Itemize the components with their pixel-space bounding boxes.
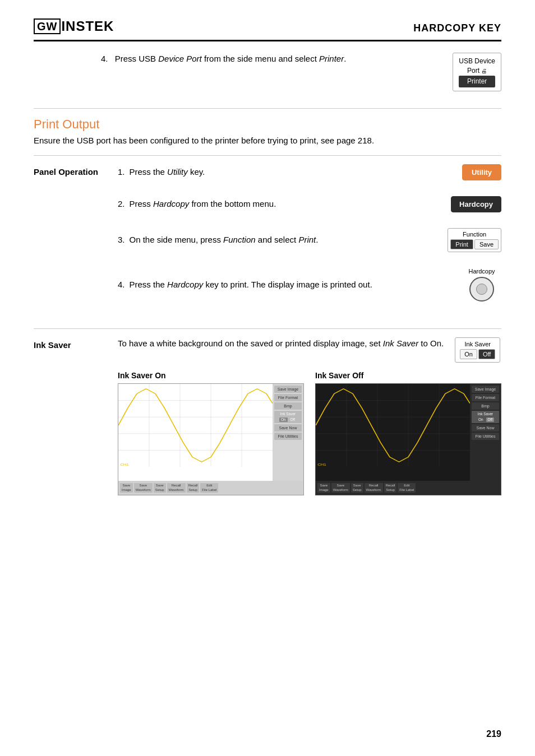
osc-ink-saver-on: Ink SaverOnOff	[274, 411, 302, 423]
ink-saver-section: Ink Saver To have a white background on …	[34, 337, 501, 495]
osc-tb-recall-setup-on: RecallSetup	[187, 483, 200, 492]
osc-screen-off: CH1 Save Image File Format Bmp Ink Saver…	[315, 383, 501, 495]
section-divider-3	[34, 328, 501, 329]
function-title: Function	[450, 231, 499, 238]
ink-saver-off-btn[interactable]: Off	[478, 349, 495, 359]
function-save-btn[interactable]: Save	[474, 239, 499, 249]
ink-saver-on-btn[interactable]: On	[460, 349, 477, 359]
step-1-row: 1.Press the Utility key. Utility	[118, 164, 501, 180]
osc-tb-save-setup-on: SaveSetup	[154, 483, 166, 492]
osc-tb-save-wave-off: SaveWaveform	[331, 483, 350, 492]
osc-tb-recall-wave-off: RecallWaveform	[365, 483, 383, 492]
step-2-num: 2.	[118, 199, 125, 208]
hardcopy-step4-section: Hardcopy	[462, 268, 501, 302]
hardcopy-step4-label: Hardcopy	[468, 268, 495, 275]
intro-italic2: Printer	[319, 54, 344, 63]
osc-bmp-on: Bmp	[274, 402, 302, 410]
osc-save-now-on: Save Now	[274, 424, 302, 432]
intro-text-middle: from the side menu and select	[202, 54, 319, 63]
step-3-num: 3.	[118, 235, 125, 244]
page-header: GWINSTEK HARDCOPY KEY	[34, 17, 501, 41]
osc-tb-edit-on: EditFile Label	[200, 483, 218, 492]
logo-box: GW	[34, 18, 61, 34]
printer-icon: 🖨	[481, 68, 487, 74]
intro-text-before: Press USB	[115, 54, 159, 63]
svg-text:CH1: CH1	[317, 463, 326, 466]
osc-file-format-on: File Format	[274, 394, 302, 401]
osc-save-now-off: Save Now	[472, 424, 499, 432]
osc-ink-saver-off: Ink SaverOnOff	[472, 411, 499, 423]
logo: GWINSTEK	[34, 17, 114, 34]
hardcopy-circle-inner	[476, 284, 487, 295]
wave-svg-off: CH1	[316, 384, 470, 467]
step-3-text: 3.On the side menu, press Function and s…	[118, 234, 436, 247]
ink-saver-text: To have a white background on the saved …	[118, 337, 444, 350]
ink-saver-off-item: Ink Saver Off	[315, 371, 501, 495]
osc-side-panel-off: Save Image File Format Bmp Ink SaverOnOf…	[470, 384, 501, 481]
function-print-btn[interactable]: Print	[450, 239, 473, 249]
panel-steps: 1.Press the Utility key. Utility 2.Press…	[118, 164, 501, 317]
osc-tb-save-wave-on: SaveWaveform	[134, 483, 153, 492]
panel-operation-section: Panel Operation 1.Press the Utility key.…	[34, 164, 501, 317]
ink-saver-toggle-box: Ink Saver On Off	[455, 337, 500, 363]
ink-comparison: Ink Saver On	[118, 371, 501, 495]
panel-operation-label: Panel Operation	[34, 164, 107, 317]
ink-saver-off-title: Ink Saver Off	[315, 371, 501, 380]
osc-tb-save-image-off: SaveImage	[317, 483, 330, 492]
ink-saver-buttons: On Off	[460, 349, 495, 359]
step-3-row: 3.On the side menu, press Function and s…	[118, 228, 501, 252]
utility-button[interactable]: Utility	[462, 164, 501, 180]
step-2-text: 2.Press Hardcopy from the bottom menu.	[118, 198, 440, 211]
step-4-text: 4.Press the Hardcopy key to print. The d…	[118, 279, 451, 291]
ink-saver-box-title: Ink Saver	[460, 341, 495, 347]
wave-svg-on: CH1	[118, 384, 273, 467]
step-4-row: 4.Press the Hardcopy key to print. The d…	[118, 268, 501, 302]
osc-side-panel-on: Save Image File Format Bmp Ink SaverOnOf…	[273, 384, 303, 481]
usb-line3: Printer	[459, 76, 495, 87]
page-number: 219	[486, 729, 501, 739]
osc-toolbar-off: SaveImage SaveWaveform SaveSetup RecallW…	[316, 481, 501, 495]
osc-tb-edit-off: EditFile Label	[398, 483, 416, 492]
step-1-text: 1.Press the Utility key.	[118, 166, 451, 179]
function-box: Function Print Save	[448, 228, 501, 252]
intro-text-after: .	[344, 54, 346, 63]
osc-screen-on: CH1 Save Image File Format Bmp Ink Saver…	[118, 383, 304, 495]
intro-text: 4. Press USB Device Port from the side m…	[101, 53, 441, 66]
print-output-title: Print Output	[34, 117, 501, 132]
step-2-row: 2.Press Hardcopy from the bottom menu. H…	[118, 196, 501, 212]
osc-tb-recall-wave-on: RecallWaveform	[167, 483, 186, 492]
usb-line2: Port 🖨	[459, 66, 495, 76]
section-divider-1	[34, 108, 501, 109]
section-divider-2	[34, 155, 501, 156]
hardcopy-button-step2[interactable]: Hardcopy	[451, 196, 501, 212]
osc-file-util-on: File Utilities	[274, 433, 302, 440]
print-output-desc: Ensure the USB port has been configured …	[34, 134, 501, 147]
osc-tb-save-image-on: SaveImage	[120, 483, 133, 492]
osc-bmp-off: Bmp	[472, 402, 499, 410]
osc-save-image-off: Save Image	[472, 386, 499, 393]
svg-text:CH1: CH1	[120, 463, 129, 466]
print-output-section: Print Output Ensure the USB port has bee…	[34, 117, 501, 147]
intro-italic1: Device Port	[158, 54, 202, 63]
usb-device-port-box: USB Device Port 🖨 Printer	[453, 53, 501, 91]
step-1-num: 1.	[118, 167, 125, 177]
osc-save-image-on: Save Image	[274, 386, 302, 393]
page-title: HARDCOPY KEY	[413, 22, 501, 34]
ink-saver-on-title: Ink Saver On	[118, 371, 304, 380]
ink-saver-label: Ink Saver	[34, 337, 107, 495]
page: GWINSTEK HARDCOPY KEY 4. Press USB Devic…	[0, 0, 535, 756]
usb-line1: USB Device	[459, 57, 495, 66]
intro-step-num: 4.	[101, 54, 108, 63]
step-4-num: 4.	[118, 280, 125, 289]
function-buttons: Print Save	[450, 239, 499, 249]
ink-saver-content: To have a white background on the saved …	[118, 337, 501, 495]
osc-file-util-off: File Utilities	[472, 433, 499, 440]
osc-toolbar-on: SaveImage SaveWaveform SaveSetup RecallW…	[118, 481, 303, 495]
hardcopy-key-button[interactable]	[469, 277, 494, 302]
ink-saver-on-item: Ink Saver On	[118, 371, 304, 495]
osc-tb-save-setup-off: SaveSetup	[351, 483, 363, 492]
osc-tb-recall-setup-off: RecallSetup	[384, 483, 397, 492]
osc-file-format-off: File Format	[472, 394, 499, 401]
intro-section: 4. Press USB Device Port from the side m…	[101, 53, 501, 91]
